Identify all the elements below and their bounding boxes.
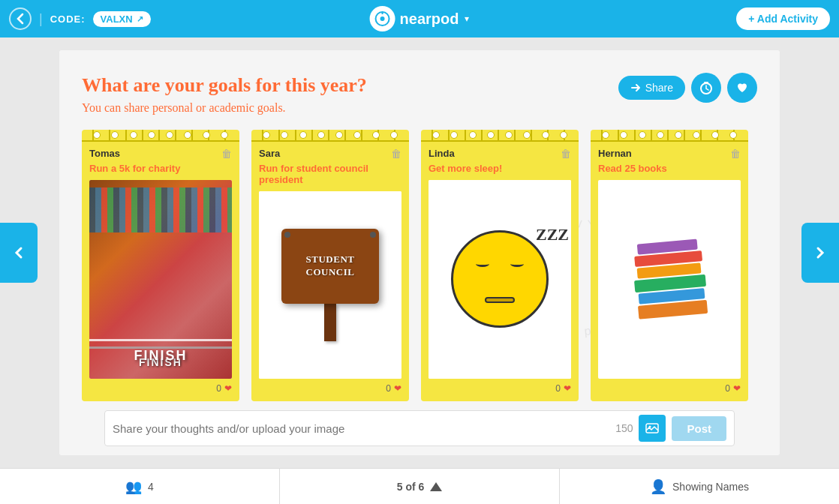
card-goal-3: Get more sleep! xyxy=(429,163,571,174)
dropdown-caret-icon[interactable]: ▾ xyxy=(465,14,469,24)
favorite-button[interactable] xyxy=(727,73,757,103)
card-goal-2: Run for student council president xyxy=(259,163,401,185)
nav-left: | CODE: VALXN ↗ xyxy=(9,8,151,30)
card-tomas: Tomas 🗑 Run a 5k for charity FINISH xyxy=(82,130,239,401)
heart-icon-1: ❤ xyxy=(224,383,232,394)
card-header-2: Sara 🗑 xyxy=(259,148,401,160)
slide-content: What are your goals for this year? You c… xyxy=(59,50,780,455)
post-button[interactable]: Post xyxy=(672,416,726,441)
spiral-holes-1 xyxy=(82,130,239,140)
svg-point-1 xyxy=(380,16,385,21)
card-header-3: Linda 🗑 xyxy=(429,148,571,160)
card-header-4: Hernan 🗑 xyxy=(598,148,741,160)
card-hernan: Hernan 🗑 Read 25 books xyxy=(591,130,748,401)
card-goal-4: Read 25 books xyxy=(598,163,741,174)
spiral-holes-4 xyxy=(591,130,748,140)
card-linda: Linda 🗑 Get more sleep! xyxy=(421,130,579,401)
heart-icon-3: ❤ xyxy=(564,383,571,394)
sleep-emoji: ZZZ xyxy=(451,230,549,328)
spiral-holes-2 xyxy=(251,130,409,140)
card-image-4 xyxy=(598,180,741,379)
like-count-3: 0 xyxy=(555,383,561,394)
card-image-2: STUDENT COUNCIL xyxy=(259,191,401,379)
showing-names-label: Showing Names xyxy=(672,481,749,493)
next-slide-button[interactable] xyxy=(801,223,839,283)
bottom-bar: 👥 4 5 of 6 👤 Showing Names xyxy=(0,468,839,504)
page-section: 5 of 6 xyxy=(280,469,560,504)
card-footer-1: 0 ❤ xyxy=(89,383,232,394)
students-section: 👥 4 xyxy=(0,469,280,504)
back-button[interactable] xyxy=(9,8,32,30)
card-footer-3: 0 ❤ xyxy=(429,383,571,394)
card-delete-1[interactable]: 🗑 xyxy=(221,148,232,160)
showing-names-section: 👤 Showing Names xyxy=(560,469,839,504)
person-icon: 👤 xyxy=(650,478,666,495)
card-name-2: Sara xyxy=(259,148,280,159)
up-arrow-icon[interactable] xyxy=(430,482,442,491)
slide-actions: Share xyxy=(618,73,757,103)
page-info: 5 of 6 xyxy=(397,481,425,493)
books-stack xyxy=(630,238,708,320)
slide-header: What are your goals for this year? You c… xyxy=(82,73,757,115)
slide-title: What are your goals for this year? xyxy=(82,73,367,98)
char-count: 150 xyxy=(615,422,633,434)
card-delete-2[interactable]: 🗑 xyxy=(391,148,401,160)
sign-post xyxy=(324,304,336,341)
timer-button[interactable] xyxy=(691,73,721,103)
slide-container: I HAVE limits ✓ vois battles passion cou… xyxy=(59,50,780,455)
like-count-4: 0 xyxy=(725,383,730,394)
card-goal-1: Run a 5k for charity xyxy=(89,163,232,174)
card-footer-2: 0 ❤ xyxy=(259,383,401,394)
card-name-3: Linda xyxy=(429,148,455,159)
nav-center: nearpod ▾ xyxy=(370,6,470,32)
slide-title-area: What are your goals for this year? You c… xyxy=(82,73,367,115)
students-icon: 👥 xyxy=(125,478,142,495)
share-button[interactable]: Share xyxy=(618,76,685,100)
card-image-3: ZZZ xyxy=(429,180,571,379)
card-delete-4[interactable]: 🗑 xyxy=(730,148,741,160)
heart-icon-4: ❤ xyxy=(733,383,741,394)
like-count-1: 0 xyxy=(216,383,221,394)
code-value: VALXN xyxy=(101,14,133,25)
code-label: CODE: xyxy=(50,14,86,25)
student-count: 4 xyxy=(148,481,154,493)
like-count-2: 0 xyxy=(386,383,391,394)
thought-input[interactable] xyxy=(113,422,609,435)
card-sara: Sara 🗑 Run for student council president… xyxy=(251,130,409,401)
card-delete-3[interactable]: 🗑 xyxy=(561,148,571,160)
spiral-holes-3 xyxy=(421,130,579,140)
logo-icon xyxy=(370,6,395,32)
zzz-text: ZZZ xyxy=(536,225,569,244)
external-link-icon: ↗ xyxy=(137,14,143,24)
input-bar: 150 Post xyxy=(104,410,735,446)
top-navigation: | CODE: VALXN ↗ nearpod ▾ + Add Activity xyxy=(0,0,839,38)
code-badge[interactable]: VALXN ↗ xyxy=(93,11,151,27)
card-footer-4: 0 ❤ xyxy=(598,383,741,394)
nav-divider: | xyxy=(39,11,43,27)
card-image-1: FINISH xyxy=(89,180,232,379)
slide-subtitle: You can share personal or academic goals… xyxy=(82,101,367,115)
heart-icon-2: ❤ xyxy=(394,383,401,394)
main-area: I HAVE limits ✓ vois battles passion cou… xyxy=(0,38,839,468)
image-upload-button[interactable] xyxy=(639,415,666,442)
logo-text: nearpod xyxy=(400,10,459,28)
student-council-sign: STUDENT COUNCIL xyxy=(281,229,379,304)
share-label: Share xyxy=(645,82,673,94)
add-activity-button[interactable]: + Add Activity xyxy=(736,8,830,30)
card-header-1: Tomas 🗑 xyxy=(89,148,232,160)
card-name-4: Hernan xyxy=(598,148,632,159)
sign-text: STUDENT COUNCIL xyxy=(281,254,379,279)
card-name-1: Tomas xyxy=(89,148,120,159)
cards-row: Tomas 🗑 Run a 5k for charity FINISH xyxy=(82,130,757,401)
prev-slide-button[interactable] xyxy=(0,223,38,283)
